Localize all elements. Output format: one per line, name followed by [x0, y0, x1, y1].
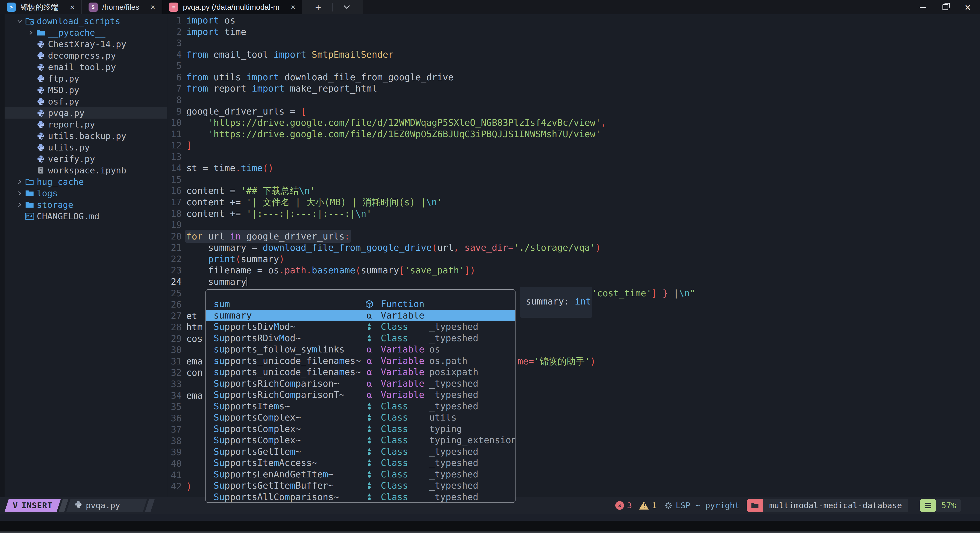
- code-line-5[interactable]: 5: [167, 60, 980, 71]
- sidebar-item-logs[interactable]: logs: [5, 187, 167, 199]
- sidebar-item-hug-cache[interactable]: hug_cache: [5, 176, 167, 187]
- sidebar-item--pycache-[interactable]: __pycache__: [5, 27, 167, 38]
- completion-item[interactable]: supports_follow_symlinksαVariableos: [206, 344, 515, 355]
- sidebar-item-workspace-ipynb[interactable]: workspace.ipynb: [5, 165, 167, 176]
- completion-item[interactable]: supports_unicode_filenames~αVariableos.p…: [206, 355, 515, 367]
- completion-kind: Variable: [381, 355, 425, 367]
- completion-item[interactable]: SupportsItemAccess~Class_typeshed: [206, 457, 515, 469]
- code-line-4[interactable]: 4from email_tool import SmtpEmailSender: [167, 49, 980, 60]
- code-token: url: [437, 242, 453, 253]
- sidebar-item-utils-backup-py[interactable]: utils.backup.py: [5, 130, 167, 141]
- completion-item[interactable]: SupportsComplex~Classtyping: [206, 424, 515, 435]
- sidebar-item-report-py[interactable]: report.py: [5, 119, 167, 130]
- code-token: './storage/vqa': [514, 242, 595, 253]
- code-line-18[interactable]: 18content += '|:---:|:---:|:---:|\n': [167, 208, 980, 220]
- chevron-right-icon[interactable]: [15, 190, 24, 197]
- code-token: summary =: [186, 242, 262, 253]
- completion-item[interactable]: SupportsGetItemBuffer~Class_typeshed: [206, 480, 515, 492]
- code-line-15[interactable]: 15: [167, 174, 980, 186]
- tab-2[interactable]: $/home/files×: [82, 0, 162, 14]
- sidebar-item-download-scripts[interactable]: download_scripts: [5, 15, 167, 27]
- chevron-right-icon[interactable]: [15, 201, 24, 208]
- completion-item[interactable]: supports_unicode_filenames~αVariableposi…: [206, 366, 515, 378]
- sidebar-item-chestxray-14-py[interactable]: ChestXray-14.py: [5, 38, 167, 50]
- sidebar-item-changelog-md[interactable]: CHANGELOG.md: [5, 210, 167, 222]
- code-line-19[interactable]: 19: [167, 219, 980, 231]
- code-line-23[interactable]: 23 filename = os.path.basename(summary['…: [167, 265, 980, 276]
- completion-item[interactable]: SupportsRDivMod~Class_typeshed: [206, 333, 515, 344]
- tab-close-icon[interactable]: ×: [151, 3, 156, 12]
- sidebar-item-storage[interactable]: storage: [5, 199, 167, 210]
- code-line-8[interactable]: 8: [167, 94, 980, 106]
- code-line-16[interactable]: 16content = '## 下载总结\n': [167, 185, 980, 197]
- completion-item[interactable]: SupportsComplex~Classutils: [206, 412, 515, 424]
- python-icon: [36, 109, 46, 117]
- completion-item-selected[interactable]: summaryαVariable: [206, 310, 515, 321]
- completion-kind: Function: [381, 298, 425, 310]
- code-token: 'https://drive.google.com/file/d/1EZ0WpO…: [208, 129, 601, 139]
- diagnostics-warnings[interactable]: 1: [639, 501, 657, 510]
- sidebar-item-decompress-py[interactable]: decompress.py: [5, 50, 167, 61]
- completion-item[interactable]: SupportsAllComparisons~Class_typeshed: [206, 492, 515, 503]
- completion-item[interactable]: SupportsRichComparison~αVariable_typeshe…: [206, 378, 515, 389]
- code-token: ): [595, 242, 601, 253]
- chevron-right-icon[interactable]: [15, 179, 24, 185]
- code-line-9[interactable]: 9google_driver_urls = [: [167, 106, 980, 117]
- sidebar-item-email-tool-py[interactable]: email_tool.py: [5, 61, 167, 73]
- code-line-21[interactable]: 21 summary = download_file_from_google_d…: [167, 242, 980, 254]
- tab-close-icon[interactable]: ×: [70, 3, 75, 12]
- sidebar-item-verify-py[interactable]: verify.py: [5, 153, 167, 165]
- line-number: 40: [167, 458, 182, 470]
- line-number: 14: [167, 162, 182, 174]
- sidebar-item-msd-py[interactable]: MSD.py: [5, 84, 167, 96]
- code-line-11[interactable]: 11 'https://drive.google.com/file/d/1EZ0…: [167, 128, 980, 140]
- code-line-13[interactable]: 13: [167, 151, 980, 163]
- tab-close-icon[interactable]: ×: [291, 3, 296, 12]
- code-token: ': [310, 186, 315, 196]
- completion-item[interactable]: SupportsRichComparisonT~αVariable_typesh…: [206, 389, 515, 401]
- minimize-button[interactable]: [917, 2, 928, 13]
- code-line-1[interactable]: 1import os: [167, 15, 980, 26]
- code-token: }: [662, 288, 668, 298]
- code-line-22[interactable]: 22 print(summary): [167, 254, 980, 265]
- new-tab-button[interactable]: +: [304, 0, 332, 14]
- sidebar-item-ftp-py[interactable]: ftp.py: [5, 73, 167, 84]
- code-line-6[interactable]: 6from utils import download_file_from_go…: [167, 71, 980, 83]
- command-line[interactable]: [0, 514, 980, 521]
- code-line-2[interactable]: 2import time: [167, 26, 980, 38]
- tab-3[interactable]: ≡pvqa.py (/data/multimodal-m×: [162, 0, 302, 14]
- tab-1[interactable]: >锦恢的终端×: [0, 0, 82, 14]
- chevron-right-icon[interactable]: [26, 29, 36, 36]
- folder-badge-icon: [24, 17, 35, 25]
- completion-item[interactable]: SupportsGetItem~Class_typeshed: [206, 446, 515, 457]
- sidebar-item-pvqa-py[interactable]: pvqa.py: [5, 107, 167, 119]
- shell-icon: $: [89, 3, 98, 12]
- python-icon: [36, 52, 46, 60]
- close-window-button[interactable]: ×: [962, 2, 974, 13]
- project-indicator[interactable]: multimodal-medical-database: [747, 499, 908, 512]
- code-line-3[interactable]: 3: [167, 38, 980, 49]
- code-line-10[interactable]: 10 'https://drive.google.com/file/d/12WM…: [167, 117, 980, 128]
- diagnostics-errors[interactable]: × 3: [615, 501, 632, 510]
- code-line-24[interactable]: 24 summary: [167, 276, 980, 288]
- completion-item[interactable]: sumFunction: [206, 298, 515, 310]
- sidebar-item-utils-py[interactable]: utils.py: [5, 141, 167, 153]
- completion-item[interactable]: SupportsItems~Class_typeshed: [206, 401, 515, 412]
- code-line-12[interactable]: 12]: [167, 140, 980, 151]
- code-line-14[interactable]: 14st = time.time(): [167, 162, 980, 174]
- completion-item[interactable]: SupportsLenAndGetItem~Class_typeshed: [206, 469, 515, 480]
- restore-button[interactable]: [940, 2, 951, 13]
- sidebar-item-osf-py[interactable]: osf.py: [5, 96, 167, 107]
- code-token: :: [345, 231, 350, 241]
- code-line-17[interactable]: 17content += '| 文件名 | 大小(MB) | 消耗时间(s) |…: [167, 197, 980, 208]
- completion-item[interactable]: SupportsDivMod~Class_typeshed: [206, 321, 515, 333]
- code-line-20[interactable]: 20for url in google_driver_urls:: [167, 231, 980, 242]
- code-token: ]): [465, 265, 476, 275]
- chevron-down-icon[interactable]: [15, 18, 24, 24]
- code-token: (: [432, 242, 437, 253]
- tab-dropdown-button[interactable]: [333, 0, 361, 14]
- lsp-status[interactable]: LSP ~ pyright: [664, 501, 740, 510]
- code-token: con: [186, 367, 203, 378]
- completion-item[interactable]: SupportsComplex~Classtyping_extensions: [206, 435, 515, 446]
- code-line-7[interactable]: 7from report import make_report_html: [167, 83, 980, 94]
